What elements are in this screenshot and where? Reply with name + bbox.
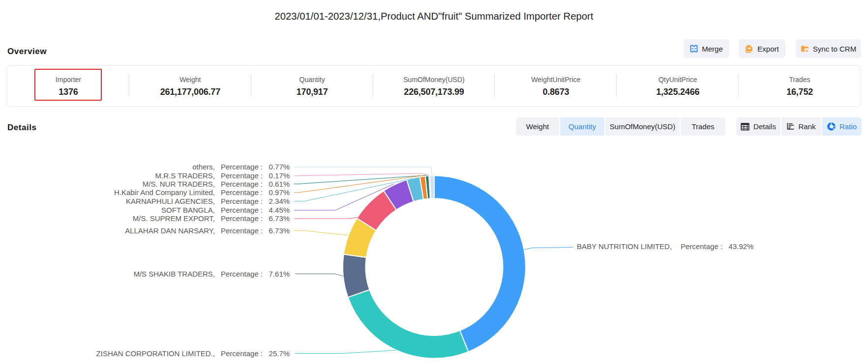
svg-text:Percentage : 0.61%: Percentage : 0.61%: [221, 180, 290, 188]
svg-text:Percentage : 0.77%: Percentage : 0.77%: [221, 163, 290, 171]
svg-text:M/S. NUR TRADERS,: M/S. NUR TRADERS,: [143, 180, 215, 188]
svg-text:Percentage : 7.61%: Percentage : 7.61%: [221, 270, 290, 278]
svg-text:M/S. SUPREM EXPORT,: M/S. SUPREM EXPORT,: [133, 214, 215, 223]
svg-text:Percentage : 43.92%: Percentage : 43.92%: [681, 242, 753, 251]
svg-text:Percentage : 25.7%: Percentage : 25.7%: [221, 349, 290, 358]
svg-text:Percentage : 0.97%: Percentage : 0.97%: [221, 188, 290, 196]
svg-text:H.Kabir And Company Limited,: H.Kabir And Company Limited,: [114, 188, 215, 196]
svg-text:Percentage : 0.17%: Percentage : 0.17%: [221, 171, 290, 180]
svg-text:KARNAPHULI AGENCIES,: KARNAPHULI AGENCIES,: [126, 197, 215, 205]
svg-text:ALLAHAR DAN NARSARY,: ALLAHAR DAN NARSARY,: [125, 226, 215, 235]
svg-text:Percentage : 6.73%: Percentage : 6.73%: [221, 214, 290, 223]
svg-text:Percentage : 2.34%: Percentage : 2.34%: [221, 197, 290, 205]
svg-text:SOFT BANGLA,: SOFT BANGLA,: [161, 206, 215, 214]
svg-text:Percentage : 6.73%: Percentage : 6.73%: [221, 226, 290, 235]
svg-text:M/S SHAKIB TRADERS,: M/S SHAKIB TRADERS,: [133, 270, 215, 278]
svg-text:M.R.S TRADERS,: M.R.S TRADERS,: [155, 171, 215, 180]
svg-text:BABY NUTRITION LIMITED,: BABY NUTRITION LIMITED,: [577, 242, 672, 251]
svg-text:ZISHAN CORPORATION LIMITED.,: ZISHAN CORPORATION LIMITED.,: [96, 349, 215, 358]
svg-text:Percentage : 4.45%: Percentage : 4.45%: [221, 206, 290, 214]
svg-text:others,: others,: [192, 163, 215, 171]
